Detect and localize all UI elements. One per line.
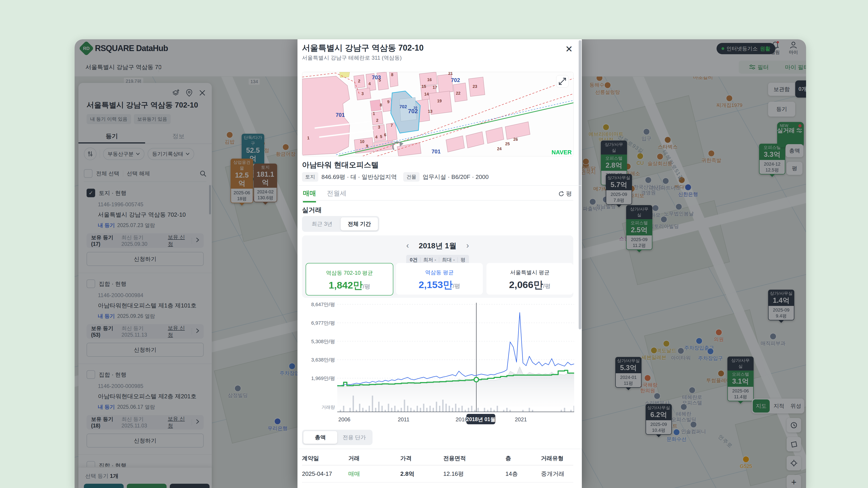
refresh-icon [558,191,564,197]
parcel-label: 6 [384,133,386,137]
parcel-label: 13 [428,109,432,113]
divider [298,185,582,186]
chart-svg: 8,647만/평6,977만/평5,308만/평3,638만/평1,969만/평… [302,300,574,427]
trade-tabs: 매매 전월세 평 [302,188,573,201]
next-month-icon[interactable]: › [466,241,469,250]
amount-unit-price[interactable]: 전용 단가 [337,434,371,441]
modal-subtitle: 서울특별시 강남구 테헤란로 311 (역삼동) [302,54,402,61]
amount-toggle: 총액 전용 단가 [302,430,373,445]
parcel-label: 19 [437,99,442,103]
svg-text:3,638만/평: 3,638만/평 [311,357,335,363]
period-all[interactable]: 전체 기간 [341,217,378,230]
amount-total[interactable]: 총액 [303,431,337,444]
modal-scrollbar[interactable] [579,40,581,329]
transaction-table: 계약일거래가격전용면적층거래유형2025-04-17매매2.8억12.16평14… [302,451,573,488]
parcel-label: 22 [456,91,460,96]
svg-text:2006: 2006 [338,416,350,422]
summary-item: 평 [460,256,465,263]
parcel-label: 702 [451,77,460,83]
section-title: 실거래 [302,205,322,215]
month-nav: ‹ 2018년 1월 › [302,241,573,251]
svg-text:2011: 2011 [398,416,410,422]
tab-rent[interactable]: 전월세 [327,189,346,198]
building-tag: 건물 [403,172,420,182]
parcel-label: 3 [362,92,364,96]
stat-card[interactable]: 역삼동 702-10 평균1,842만/평 [306,263,393,295]
summary-item: 최대 - [442,256,455,263]
parcel-label: 4 [375,135,377,139]
parcel-label: 702 [399,104,407,109]
parcel-label: 16 [427,77,432,82]
parcel-label: 21 [448,72,453,76]
divider [298,449,582,449]
parcel-label: 5 [379,78,381,83]
table-header-row: 계약일거래가격전용면적층거래유형 [302,451,573,465]
month-label: 2018년 1월 [419,241,457,250]
parcel-label: 1 [373,111,375,116]
svg-text:8,647만/평: 8,647만/평 [311,302,335,307]
building-info: 업무시설 · B6/20F · 2000 [423,173,489,181]
svg-text:2021: 2021 [515,416,527,422]
parcel-label: 9 [387,100,390,104]
summary-item: 최저 - [423,256,436,263]
svg-text:2016: 2016 [456,416,468,422]
parcel-label: 701 [336,112,345,118]
parcel-label: 17 [433,85,437,90]
parcel-label: 7 [391,123,393,128]
period-toggle: 최근 3년 전체 기간 [302,216,379,232]
modal-title: 서울특별시 강남구 역삼동 702-10 [302,42,424,54]
table-row[interactable]: 2025-04-17매매2.8억12.16평14층중개거래 [302,465,573,483]
parcel-label: 2 [358,79,360,84]
parcel-label: 5 [380,134,382,139]
month-summary-panel: ‹ 2018년 1월 › 0건최저 -최대 -평 역삼동 702-10 평균1,… [302,235,573,298]
parcel-label: 8 [391,72,393,77]
parcel-label: 24 [497,147,502,151]
svg-text:거래량: 거래량 [321,404,335,410]
period-recent-3y[interactable]: 최근 3년 [303,220,341,228]
parcel-label: 2 [376,118,378,123]
property-detail-modal: 서울특별시 강남구 역삼동 702-10 서울특별시 강남구 테헤란로 311 … [298,39,582,488]
naver-logo: NAVER [552,149,572,156]
parcel-label: 26 [513,137,518,142]
app-window: 김밥동래정황금어장블랑호텔삼정빌딩주차장입구우리은행동해수산마초갈비선릉설렁탕찌… [74,39,806,488]
parcel-label: 9 [366,144,368,149]
unit-toggle[interactable]: 평 [558,190,572,198]
parcel-label: 14 [424,92,429,96]
parcel-label: 15 [422,84,426,89]
parcel-label: 3 [378,125,380,129]
tab-sale[interactable]: 매매 [303,189,316,202]
parcel-label: 10 [360,139,364,144]
summary-item: 0건 [410,256,417,263]
parcel-label: 25 [505,142,510,146]
parcel-label: 10 [413,105,417,109]
stat-card[interactable]: 서울특별시 평균2,066만/평 [487,263,573,295]
map-expand-button [556,75,568,88]
building-info-row: 토지 846.69평 · 대 · 일반상업지역 건물 업무시설 · B6/20F… [302,172,489,182]
cadastral-map[interactable]: 7017037027021070270112345889123456710915… [302,72,574,156]
svg-text:2018년 01월: 2018년 01월 [466,416,495,422]
price-trend-chart[interactable]: 8,647만/평6,977만/평5,308만/평3,638만/평1,969만/평… [302,300,574,427]
screenshot-stage: 김밥동래정황금어장블랑호텔삼정빌딩주차장입구우리은행동해수산마초갈비선릉설렁탕찌… [0,0,868,488]
parcel-label: 4 [368,82,371,86]
modal-close-icon[interactable]: ✕ [565,44,573,54]
svg-text:5,308만/평: 5,308만/평 [311,339,335,344]
svg-text:6,977만/평: 6,977만/평 [311,320,335,326]
parcel-label: 23 [473,84,477,89]
prev-month-icon[interactable]: ‹ [406,241,409,250]
stat-card[interactable]: 역삼동 평균2,153만/평 [396,263,483,295]
building-name: 아남타워 현대오피스텔 [302,160,379,170]
land-info: 846.69평 · 대 · 일반상업지역 [321,173,397,181]
parcel-label: 8 [380,103,382,107]
parcel-label: 701 [432,149,440,155]
land-tag: 토지 [302,172,318,182]
parcel-label: 1 [307,136,309,140]
table-row[interactable]: 2025-04-14매매2.8억12.16평18층직거래 [302,483,573,488]
svg-text:1,969만/평: 1,969만/평 [311,376,335,381]
